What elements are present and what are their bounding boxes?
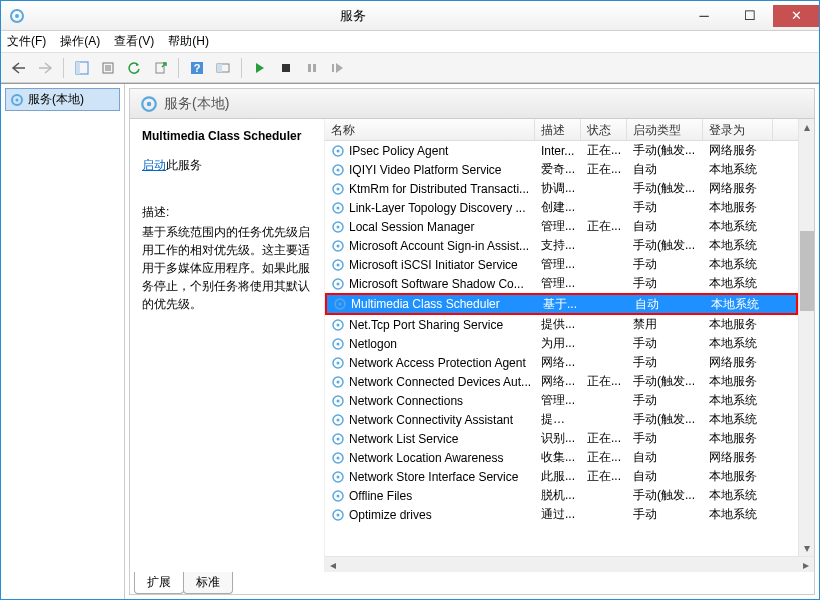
svg-rect-15 <box>313 64 316 72</box>
service-desc: 爱奇... <box>535 161 581 178</box>
navigation-tree[interactable]: 服务(本地) <box>1 84 125 599</box>
maximize-button[interactable]: ☐ <box>727 5 773 27</box>
tab-standard[interactable]: 标准 <box>183 572 233 594</box>
stop-service-button[interactable] <box>274 56 298 80</box>
minimize-button[interactable]: ─ <box>681 5 727 27</box>
toolbar-options-button[interactable] <box>211 56 235 80</box>
service-desc: 基于... <box>537 296 583 313</box>
service-row[interactable]: Optimize drives通过...手动本地系统 <box>325 505 798 524</box>
service-logon: 本地系统 <box>703 506 773 523</box>
service-row[interactable]: Offline Files脱机...手动(触发...本地系统 <box>325 486 798 505</box>
service-row[interactable]: Netlogon为用...手动本地系统 <box>325 334 798 353</box>
service-row[interactable]: Net.Tcp Port Sharing Service提供...禁用本地服务 <box>325 315 798 334</box>
forward-button[interactable] <box>33 56 57 80</box>
service-row[interactable]: KtmRm for Distributed Transacti...协调...手… <box>325 179 798 198</box>
service-logon: 本地系统 <box>703 218 773 235</box>
service-startup: 手动(触发... <box>627 411 703 428</box>
svg-point-56 <box>337 475 340 478</box>
service-name: Network Access Protection Agent <box>349 356 526 370</box>
service-row[interactable]: Microsoft iSCSI Initiator Service管理...手动… <box>325 255 798 274</box>
service-row[interactable]: Network Connected Devices Aut...网络...正在.… <box>325 372 798 391</box>
service-logon: 网络服务 <box>703 449 773 466</box>
service-row[interactable]: Microsoft Software Shadow Co...管理...手动本地… <box>325 274 798 293</box>
scroll-right-arrow[interactable]: ▸ <box>798 557 814 572</box>
window-controls: ─ ☐ ✕ <box>681 5 819 27</box>
service-row[interactable]: Network Connectivity Assistant提供 ...手动(触… <box>325 410 798 429</box>
tab-extended[interactable]: 扩展 <box>134 572 184 594</box>
scroll-thumb[interactable] <box>800 231 814 311</box>
service-logon: 网络服务 <box>703 354 773 371</box>
menu-action[interactable]: 操作(A) <box>60 33 100 50</box>
service-row[interactable]: Network Connections管理...手动本地系统 <box>325 391 798 410</box>
service-row-icon <box>331 508 345 522</box>
svg-point-32 <box>337 244 340 247</box>
scroll-down-arrow[interactable]: ▾ <box>799 540 814 556</box>
services-app-icon <box>9 8 25 24</box>
service-startup: 自动 <box>627 468 703 485</box>
refresh-button[interactable] <box>122 56 146 80</box>
svg-point-18 <box>16 98 19 101</box>
svg-rect-13 <box>282 64 290 72</box>
list-body[interactable]: IPsec Policy AgentInter...正在...手动(触发...网… <box>325 141 798 556</box>
services-node-icon <box>10 93 24 107</box>
view-tabs: 扩展 标准 <box>130 572 814 594</box>
column-status[interactable]: 状态 <box>581 119 627 140</box>
service-logon: 本地系统 <box>703 487 773 504</box>
scroll-left-arrow[interactable]: ◂ <box>325 557 341 572</box>
service-row[interactable]: Local Session Manager管理...正在...自动本地系统 <box>325 217 798 236</box>
service-logon: 本地服务 <box>703 373 773 390</box>
service-row[interactable]: Network Store Interface Service此服...正在..… <box>325 467 798 486</box>
start-service-link[interactable]: 启动 <box>142 158 166 172</box>
column-startup[interactable]: 启动类型 <box>627 119 703 140</box>
show-hide-tree-button[interactable] <box>70 56 94 80</box>
service-row[interactable]: Microsoft Account Sign-in Assist...支持...… <box>325 236 798 255</box>
service-startup: 手动 <box>627 430 703 447</box>
properties-button[interactable] <box>96 56 120 80</box>
service-desc: 提供... <box>535 316 581 333</box>
svg-rect-14 <box>308 64 311 72</box>
titlebar[interactable]: 服务 ─ ☐ ✕ <box>1 1 819 31</box>
service-row[interactable]: Network List Service识别...正在...手动本地服务 <box>325 429 798 448</box>
service-row-icon <box>331 432 345 446</box>
scroll-up-arrow[interactable]: ▴ <box>799 119 814 135</box>
column-name[interactable]: 名称 <box>325 119 535 140</box>
services-window: 服务 ─ ☐ ✕ 文件(F) 操作(A) 查看(V) 帮助(H) ? <box>0 0 820 600</box>
svg-point-46 <box>337 380 340 383</box>
back-button[interactable] <box>7 56 31 80</box>
tree-node-services-local[interactable]: 服务(本地) <box>5 88 120 111</box>
svg-point-44 <box>337 361 340 364</box>
pause-service-button[interactable] <box>300 56 324 80</box>
help-button[interactable]: ? <box>185 56 209 80</box>
menu-view[interactable]: 查看(V) <box>114 33 154 50</box>
vertical-scrollbar[interactable]: ▴ ▾ <box>798 119 814 556</box>
svg-point-42 <box>337 342 340 345</box>
service-desc: 此服... <box>535 468 581 485</box>
service-row[interactable]: IPsec Policy AgentInter...正在...手动(触发...网… <box>325 141 798 160</box>
service-row[interactable]: Link-Layer Topology Discovery ...创建...手动… <box>325 198 798 217</box>
horizontal-scrollbar[interactable]: ◂ ▸ <box>325 556 814 572</box>
selected-service-name: Multimedia Class Scheduler <box>142 129 312 143</box>
service-row-icon <box>331 182 345 196</box>
services-list: 名称 描述 状态 启动类型 登录为 IPsec Policy AgentInte… <box>325 119 814 572</box>
column-desc[interactable]: 描述 <box>535 119 581 140</box>
export-button[interactable] <box>148 56 172 80</box>
service-row-icon <box>331 239 345 253</box>
menu-file[interactable]: 文件(F) <box>7 33 46 50</box>
service-row[interactable]: Multimedia Class Scheduler基于...自动本地系统 <box>325 293 798 315</box>
restart-service-button[interactable] <box>326 56 350 80</box>
start-service-button[interactable] <box>248 56 272 80</box>
menu-help[interactable]: 帮助(H) <box>168 33 209 50</box>
service-status: 正在... <box>581 161 627 178</box>
service-startup: 手动(触发... <box>627 180 703 197</box>
service-row-icon <box>331 144 345 158</box>
service-row[interactable]: Network Location Awareness收集...正在...自动网络… <box>325 448 798 467</box>
close-button[interactable]: ✕ <box>773 5 819 27</box>
svg-point-58 <box>337 494 340 497</box>
service-row[interactable]: Network Access Protection Agent网络...手动网络… <box>325 353 798 372</box>
pane-header-icon <box>140 95 158 113</box>
column-logon[interactable]: 登录为 <box>703 119 773 140</box>
service-row[interactable]: IQIYI Video Platform Service爱奇...正在...自动… <box>325 160 798 179</box>
service-desc: 识别... <box>535 430 581 447</box>
service-desc: 收集... <box>535 449 581 466</box>
service-logon: 本地服务 <box>703 430 773 447</box>
